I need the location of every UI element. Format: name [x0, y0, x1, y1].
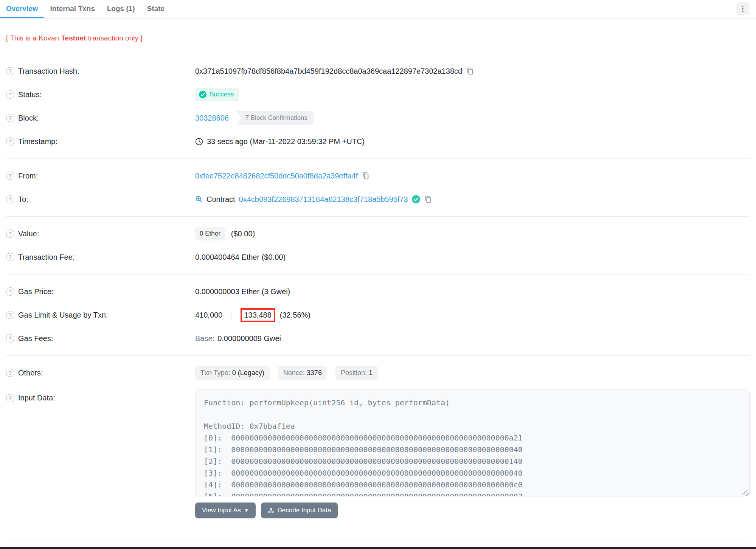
- decode-nodes-icon: [268, 507, 274, 514]
- gas-limit-label-text: Gas Limit & Usage by Txn:: [18, 311, 108, 319]
- help-icon[interactable]: ?: [6, 195, 14, 203]
- section-divider: [6, 274, 750, 274]
- row-transaction-fee: ? Transaction Fee: 0.000400464 Ether ($0…: [6, 245, 750, 269]
- txn-type-value: 0 (Legacy): [232, 369, 264, 377]
- kebab-menu-button[interactable]: ⋮: [736, 2, 749, 15]
- help-icon[interactable]: ?: [6, 394, 14, 402]
- help-icon[interactable]: ?: [6, 114, 14, 122]
- section-divider: [6, 158, 750, 159]
- value-label-text: Value:: [18, 230, 39, 238]
- kebab-menu-icon: ⋮: [739, 5, 747, 12]
- testnet-notice-text: [ This is a Kovan: [6, 34, 61, 42]
- transaction-detail-page: Overview Internal Txns Logs (1) State ⋮ …: [0, 0, 756, 549]
- chevron-down-icon: ▼: [244, 508, 249, 513]
- decode-input-data-label: Decode Input Data: [278, 507, 331, 514]
- zoom-in-lens-icon[interactable]: [195, 195, 203, 203]
- gas-used-highlight-box: 133,488: [241, 308, 275, 322]
- transaction-hash-value: 0x371a51097fb78df856f8b4a7bd459f192d8cc8…: [195, 67, 462, 76]
- position-value: 1: [369, 369, 373, 377]
- help-icon[interactable]: ?: [6, 287, 14, 296]
- row-status: ? Status: Success: [6, 83, 750, 106]
- gas-separator: |: [226, 311, 236, 319]
- from-label: ? From:: [6, 172, 195, 180]
- position-badge: Position: 1: [335, 366, 378, 380]
- verified-check-icon: [412, 195, 420, 203]
- block-confirmations-badge: 7 Block Confirmations: [236, 111, 314, 125]
- nonce-label: Nonce:: [283, 369, 305, 377]
- to-kind-text: Contract: [206, 195, 235, 204]
- copy-icon[interactable]: [362, 172, 370, 180]
- footer-dark-bar: [0, 547, 756, 549]
- help-icon[interactable]: ?: [6, 253, 14, 261]
- value-label: ? Value:: [6, 230, 195, 238]
- section-divider: [6, 216, 750, 217]
- transaction-fee-label: ? Transaction Fee:: [6, 253, 195, 262]
- timestamp-label-text: Timestamp:: [18, 137, 57, 146]
- copy-icon[interactable]: [466, 67, 474, 75]
- overview-panel: [ This is a Kovan Testnet transaction on…: [0, 34, 756, 518]
- input-data-text: Function: performUpkeep(uint256 id, byte…: [204, 397, 742, 496]
- bottom-divider: [6, 540, 750, 540]
- transaction-hash-label: ? Transaction Hash:: [6, 67, 195, 76]
- txn-type-badge: Txn Type: 0 (Legacy): [195, 366, 270, 380]
- gas-price-label: ? Gas Price:: [6, 287, 195, 296]
- row-to: ? To: Contract 0x4cb093f226983713164a621…: [6, 188, 750, 211]
- testnet-notice-bold: Testnet: [61, 34, 86, 42]
- gas-fees-base-label: Base:: [195, 334, 214, 343]
- value-usd-text: ($0.00): [231, 230, 255, 238]
- transaction-hash-label-text: Transaction Hash:: [18, 67, 79, 76]
- row-block: ? Block: 30328606 7 Block Confirmations: [6, 106, 750, 130]
- nonce-value: 3376: [307, 369, 322, 377]
- from-address-link[interactable]: 0xfee7522e8482682cf50ddc50a0f8da2a39effa…: [195, 172, 358, 180]
- to-address-link[interactable]: 0x4cb093f226983713164a62138c3f718a5b595f…: [239, 195, 408, 204]
- gas-used-percent: (32.56%): [280, 311, 310, 319]
- help-icon[interactable]: ?: [6, 172, 14, 180]
- help-icon[interactable]: ?: [6, 137, 14, 146]
- status-label: ? Status:: [6, 90, 195, 99]
- gas-price-value: 0.000000003 Ether (3 Gwei): [195, 287, 290, 296]
- copy-icon[interactable]: [424, 195, 432, 203]
- row-from: ? From: 0xfee7522e8482682cf50ddc50a0f8da…: [6, 164, 750, 188]
- row-input-data: ? Input Data: Function: performUpkeep(ui…: [6, 389, 750, 518]
- row-timestamp: ? Timestamp: 33 secs ago (Mar-11-2022 03…: [6, 130, 750, 153]
- status-badge-text: Success: [210, 91, 234, 98]
- section-divider: [6, 355, 750, 356]
- gas-limit-label: ? Gas Limit & Usage by Txn:: [6, 311, 195, 319]
- help-icon[interactable]: ?: [6, 334, 14, 343]
- value-amount-badge: 0 Ether: [195, 227, 225, 240]
- row-gas-price: ? Gas Price: 0.000000003 Ether (3 Gwei): [6, 280, 750, 303]
- decode-input-data-button[interactable]: Decode Input Data: [261, 502, 338, 518]
- help-icon[interactable]: ?: [6, 230, 14, 238]
- input-data-buttons: View Input As ▼ Decode Input Data: [195, 502, 750, 518]
- tab-logs[interactable]: Logs (1): [101, 0, 141, 18]
- row-gas-fees: ? Gas Fees: Base: 0.000000009 Gwei: [6, 327, 750, 350]
- nonce-badge: Nonce: 3376: [278, 366, 327, 380]
- status-label-text: Status:: [18, 90, 42, 99]
- txn-type-label: Txn Type:: [200, 369, 230, 377]
- tab-state[interactable]: State: [141, 0, 171, 18]
- input-data-textarea[interactable]: Function: performUpkeep(uint256 id, byte…: [195, 389, 750, 496]
- tab-bar: Overview Internal Txns Logs (1) State ⋮: [0, 0, 756, 19]
- from-label-text: From:: [18, 172, 38, 180]
- tab-overview[interactable]: Overview: [0, 0, 44, 18]
- block-number-link[interactable]: 30328606: [195, 114, 229, 123]
- gas-price-label-text: Gas Price:: [18, 287, 53, 296]
- row-transaction-hash: ? Transaction Hash: 0x371a51097fb78df856…: [6, 59, 750, 83]
- help-icon[interactable]: ?: [6, 311, 14, 319]
- view-input-as-label: View Input As: [202, 507, 241, 514]
- view-input-as-button[interactable]: View Input As ▼: [195, 502, 256, 518]
- others-label: ? Others:: [6, 369, 195, 377]
- help-icon[interactable]: ?: [6, 67, 14, 75]
- status-badge: Success: [195, 88, 239, 101]
- help-icon[interactable]: ?: [6, 369, 14, 377]
- tab-internal-txns[interactable]: Internal Txns: [44, 0, 101, 18]
- timestamp-value: 33 secs ago (Mar-11-2022 03:59:32 PM +UT…: [207, 137, 365, 146]
- check-circle-icon: [199, 91, 206, 98]
- input-data-label-text: Input Data:: [18, 394, 55, 402]
- help-icon[interactable]: ?: [6, 90, 14, 99]
- transaction-fee-value: 0.000400464 Ether ($0.00): [195, 253, 286, 262]
- position-label: Position:: [341, 369, 367, 377]
- others-label-text: Others:: [18, 369, 43, 377]
- testnet-notice-text2: transaction only ]: [86, 34, 143, 42]
- resize-grip-icon[interactable]: [742, 489, 747, 495]
